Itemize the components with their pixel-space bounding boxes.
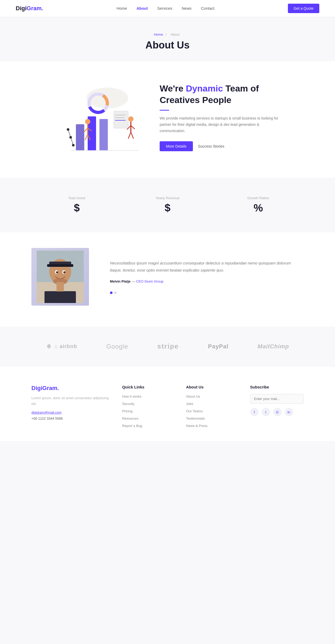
twitter-icon[interactable]: t <box>262 408 270 416</box>
testimonial-photo <box>31 248 89 306</box>
success-stories-link[interactable]: Success Stories <box>198 144 224 148</box>
stat-label-growth: Growth Ration <box>213 196 304 200</box>
partner-paypal-label: PayPal <box>208 343 228 350</box>
footer-link-pricing[interactable]: Pricing <box>122 409 133 413</box>
stat-value-invest: $ <box>31 202 122 214</box>
footer-brand: DigiGram. Lorem ipsum, dolor sit amet co… <box>31 385 112 431</box>
svg-point-35 <box>63 271 65 273</box>
partners-section: ⌂ airbnb Google stripe PayPal MailChimp <box>0 327 335 366</box>
partner-airbnb-label: ⌂ airbnb <box>54 343 77 349</box>
dot-2[interactable] <box>114 291 117 294</box>
stat-value-revenue: $ <box>122 202 213 214</box>
airbnb-icon <box>46 344 52 349</box>
partner-mailchimp: MailChimp <box>258 343 289 350</box>
footer-link-about-us[interactable]: About Us <box>186 394 200 398</box>
svg-rect-38 <box>57 282 64 291</box>
partner-airbnb: ⌂ airbnb <box>46 343 77 350</box>
google-plus-icon[interactable]: G <box>273 408 282 416</box>
footer-about: About Us About Us Jobs Our Teams Testimo… <box>186 385 239 431</box>
svg-line-11 <box>85 135 88 140</box>
testimonial-author-block: Melvin Platje — CEO Siurin Group <box>110 279 304 284</box>
footer-description: Lorem ipsum, dolor sit amet consectetur … <box>31 395 112 407</box>
hero-buttons: More Details Success Stories <box>160 141 285 151</box>
footer-logo: DigiGram. <box>31 385 112 392</box>
svg-rect-31 <box>47 264 73 267</box>
svg-point-7 <box>85 119 90 124</box>
testimonial-image <box>31 248 89 306</box>
footer-link-how-it-works[interactable]: How it works <box>122 394 142 398</box>
nav-links: Home About Services News Contact <box>116 6 214 11</box>
svg-rect-1 <box>76 124 84 150</box>
hero-illustration <box>50 77 139 157</box>
nav-services[interactable]: Services <box>157 6 172 10</box>
hero-description: We provide marketing services to startup… <box>160 115 285 134</box>
svg-line-17 <box>128 132 131 139</box>
nav-about[interactable]: About <box>136 6 148 10</box>
social-icons: f t G in <box>250 408 304 416</box>
testimonial-author-name: Melvin Platje <box>110 279 131 283</box>
footer: DigiGram. Lorem ipsum, dolor sit amet co… <box>0 366 335 441</box>
hero-heading: We're Dynamic Team of Creatives People <box>160 83 285 106</box>
facebook-icon[interactable]: f <box>250 408 259 416</box>
svg-rect-3 <box>99 119 108 150</box>
subscribe-input[interactable] <box>250 394 304 404</box>
main-nav: DigiGram. Home About Services News Conta… <box>0 0 335 17</box>
footer-link-jobs[interactable]: Jobs <box>186 402 193 406</box>
nav-news[interactable]: News <box>182 6 192 10</box>
footer-phone: +00 1122 3344 5566 <box>31 416 63 420</box>
footer-subscribe: Subscribe f t G in <box>250 385 304 431</box>
hero-section: We're Dynamic Team of Creatives People W… <box>0 61 335 178</box>
testimonial-author-title: CEO Siurin Group <box>136 279 164 283</box>
footer-email[interactable]: digigram@mail.com <box>31 410 112 414</box>
partner-paypal: PayPal <box>208 343 228 350</box>
get-quote-button[interactable]: Get a Quote <box>288 4 319 13</box>
person-avatar <box>37 251 84 303</box>
svg-line-18 <box>131 132 133 139</box>
stat-label-invest: Total Invest <box>31 196 122 200</box>
breadcrumb-separator: / <box>166 33 168 36</box>
page-title: About Us <box>0 40 335 51</box>
logo: DigiGram. <box>16 5 43 12</box>
footer-link-our-teams[interactable]: Our Teams <box>186 409 203 413</box>
stat-growth: Growth Ration % <box>213 196 304 214</box>
stat-label-revenue: Yearly Revenue <box>122 196 213 200</box>
svg-rect-19 <box>114 111 128 128</box>
footer-about-list: About Us Jobs Our Teams Testimonials New… <box>186 394 239 428</box>
svg-rect-37 <box>44 291 76 303</box>
footer-link-testimonials[interactable]: Testimonials <box>186 416 205 420</box>
partner-stripe-label: stripe <box>157 342 179 350</box>
page-header: Home / About About Us <box>0 17 335 61</box>
breadcrumb-home[interactable]: Home <box>154 33 163 36</box>
footer-link-report-bug[interactable]: Report a Bug <box>122 424 142 428</box>
footer-link-security[interactable]: Security <box>122 402 135 406</box>
svg-point-13 <box>128 116 133 122</box>
nav-home[interactable]: Home <box>116 6 127 10</box>
stat-yearly-revenue: Yearly Revenue $ <box>122 196 213 214</box>
partner-google-label: Google <box>106 343 128 350</box>
more-details-button[interactable]: More Details <box>160 141 193 151</box>
svg-line-9 <box>84 128 88 132</box>
hero-content: We're Dynamic Team of Creatives People W… <box>160 83 285 151</box>
breadcrumb-current: About <box>171 33 180 36</box>
footer-about-heading: About Us <box>186 385 239 389</box>
team-illustration <box>50 77 139 156</box>
footer-link-resources[interactable]: Resources <box>122 416 138 420</box>
stat-total-invest: Total Invest $ <box>31 196 122 214</box>
testimonial-text: Necessitatibus ipsum magni accusantium c… <box>110 259 304 274</box>
breadcrumb: Home / About <box>0 33 335 36</box>
nav-contact[interactable]: Contact <box>201 6 215 10</box>
stat-value-growth: % <box>213 202 304 214</box>
dot-1[interactable] <box>110 291 113 294</box>
testimonial-dots <box>110 291 304 294</box>
footer-quick-links-heading: Quick Links <box>122 385 176 389</box>
testimonial-section: Necessitatibus ipsum magni accusantium c… <box>0 232 335 327</box>
svg-point-34 <box>56 271 58 273</box>
footer-quick-links-list: How it works Security Pricing Resources … <box>122 394 176 428</box>
footer-link-news-press[interactable]: News & Press <box>186 424 208 428</box>
testimonial-separator: — <box>132 279 136 283</box>
partner-stripe: stripe <box>157 342 179 350</box>
partner-google: Google <box>106 343 128 350</box>
hero-divider <box>160 110 169 111</box>
linkedin-icon[interactable]: in <box>285 408 293 416</box>
partner-mailchimp-label: MailChimp <box>258 343 289 350</box>
